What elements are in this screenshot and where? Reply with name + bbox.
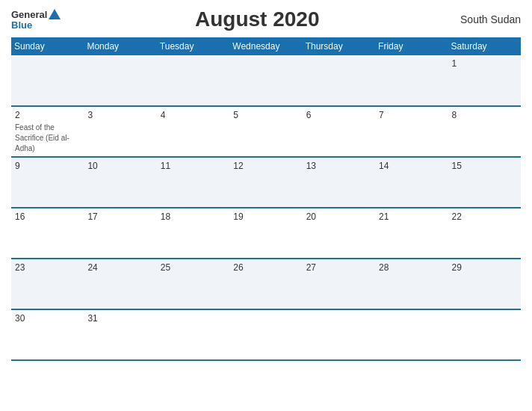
event-text: Feast of the Sacrifice (Eid al-Adha) — [15, 123, 69, 152]
calendar-header: General Blue August 2020 South Sudan — [11, 7, 521, 31]
calendar-day-cell: 8 — [448, 106, 521, 157]
day-header-thursday: Thursday — [303, 37, 375, 55]
day-header-tuesday: Tuesday — [157, 37, 229, 55]
country-name: South Sudan — [454, 13, 521, 25]
calendar-day-cell: 11 — [157, 157, 229, 208]
day-number: 1 — [452, 58, 517, 69]
calendar-day-cell: 24 — [84, 259, 156, 309]
calendar-day-cell — [229, 309, 302, 360]
day-number: 19 — [233, 211, 298, 222]
calendar-day-cell: 2Feast of the Sacrifice (Eid al-Adha) — [11, 106, 84, 157]
calendar-day-cell: 6 — [303, 106, 375, 157]
day-number: 30 — [15, 313, 80, 324]
day-number: 7 — [379, 110, 444, 120]
calendar-day-cell: 1 — [448, 55, 521, 106]
day-number: 25 — [161, 262, 226, 273]
calendar-day-cell: 31 — [84, 309, 156, 360]
day-number: 13 — [306, 161, 371, 171]
day-number: 28 — [379, 262, 444, 273]
day-number: 5 — [233, 110, 298, 120]
calendar-table: SundayMondayTuesdayWednesdayThursdayFrid… — [11, 37, 521, 361]
day-number: 24 — [87, 262, 152, 273]
day-number: 14 — [379, 161, 444, 171]
calendar-day-cell: 9 — [11, 157, 84, 208]
day-number: 29 — [452, 262, 517, 273]
logo: General Blue — [11, 9, 61, 30]
calendar-day-cell — [448, 309, 521, 360]
calendar-day-cell — [303, 309, 375, 360]
day-number: 23 — [15, 262, 80, 273]
calendar-day-cell — [157, 309, 229, 360]
calendar-day-cell: 26 — [229, 259, 302, 309]
day-number: 20 — [306, 211, 371, 222]
day-number: 3 — [87, 110, 152, 120]
calendar-day-cell — [375, 55, 448, 106]
calendar-day-cell: 14 — [375, 157, 448, 208]
calendar-day-cell: 17 — [84, 208, 156, 259]
calendar-day-cell: 10 — [84, 157, 156, 208]
calendar-day-cell: 25 — [157, 259, 229, 309]
day-number: 16 — [15, 211, 80, 222]
day-number: 26 — [233, 262, 298, 273]
day-number: 27 — [306, 262, 371, 273]
calendar-day-cell: 13 — [303, 157, 375, 208]
day-header-sunday: Sunday — [11, 37, 84, 55]
day-header-monday: Monday — [84, 37, 156, 55]
calendar-page: General Blue August 2020 South Sudan Sun… — [0, 0, 532, 411]
day-number: 12 — [233, 161, 298, 171]
calendar-day-cell: 19 — [229, 208, 302, 259]
calendar-day-cell: 22 — [448, 208, 521, 259]
day-number: 10 — [87, 161, 152, 171]
calendar-day-cell: 12 — [229, 157, 302, 208]
calendar-week-row: 9101112131415 — [11, 157, 521, 208]
day-number: 2 — [15, 110, 80, 120]
calendar-day-cell — [303, 55, 375, 106]
calendar-day-cell: 18 — [157, 208, 229, 259]
calendar-day-cell: 29 — [448, 259, 521, 309]
calendar-week-row: 23242526272829 — [11, 259, 521, 309]
day-header-friday: Friday — [375, 37, 448, 55]
calendar-day-cell: 16 — [11, 208, 84, 259]
day-number: 11 — [161, 161, 226, 171]
day-number: 31 — [87, 313, 152, 324]
logo-triangle-icon — [49, 9, 61, 19]
day-number: 9 — [15, 161, 80, 171]
calendar-day-cell: 7 — [375, 106, 448, 157]
calendar-day-cell — [375, 309, 448, 360]
day-number: 4 — [161, 110, 226, 120]
calendar-header-row: SundayMondayTuesdayWednesdayThursdayFrid… — [11, 37, 521, 55]
day-header-wednesday: Wednesday — [229, 37, 302, 55]
calendar-week-row: 1 — [11, 55, 521, 106]
calendar-day-cell: 15 — [448, 157, 521, 208]
calendar-day-cell: 20 — [303, 208, 375, 259]
day-number: 21 — [379, 211, 444, 222]
calendar-day-cell: 3 — [84, 106, 156, 157]
calendar-week-row: 16171819202122 — [11, 208, 521, 259]
calendar-week-row: 3031 — [11, 309, 521, 360]
calendar-day-cell: 30 — [11, 309, 84, 360]
logo-general-text: General — [11, 10, 47, 19]
calendar-day-cell: 27 — [303, 259, 375, 309]
calendar-day-cell — [84, 55, 156, 106]
day-number: 15 — [452, 161, 517, 171]
calendar-day-cell: 5 — [229, 106, 302, 157]
calendar-title: August 2020 — [61, 7, 454, 31]
day-number: 22 — [452, 211, 517, 222]
calendar-week-row: 2Feast of the Sacrifice (Eid al-Adha)345… — [11, 106, 521, 157]
calendar-day-cell — [157, 55, 229, 106]
calendar-day-cell: 21 — [375, 208, 448, 259]
logo-blue-text: Blue — [11, 20, 32, 30]
day-number: 8 — [452, 110, 517, 120]
calendar-day-cell: 4 — [157, 106, 229, 157]
day-number: 6 — [306, 110, 371, 120]
calendar-day-cell: 28 — [375, 259, 448, 309]
calendar-day-cell: 23 — [11, 259, 84, 309]
calendar-day-cell — [229, 55, 302, 106]
day-number: 18 — [161, 211, 226, 222]
day-header-saturday: Saturday — [448, 37, 521, 55]
day-number: 17 — [87, 211, 152, 222]
calendar-day-cell — [11, 55, 84, 106]
